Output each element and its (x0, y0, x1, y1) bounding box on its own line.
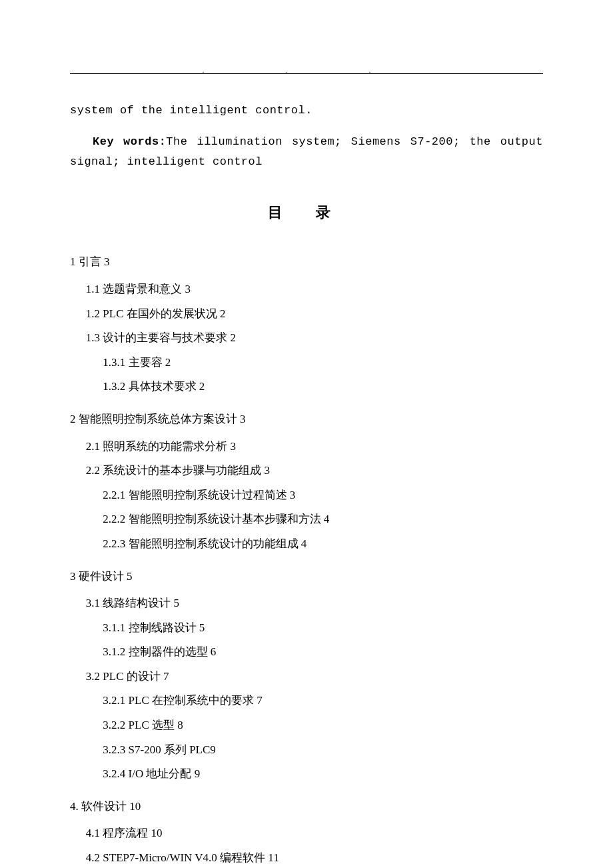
toc-item: 2.2.3 智能照明控制系统设计的功能组成 4 (70, 534, 543, 555)
toc-title: 目 录 (70, 199, 543, 226)
toc-item: 1.3.2 具体技术要求 2 (70, 377, 543, 397)
toc-item: 1.1 选题背景和意义 3 (70, 279, 543, 300)
toc-item: 2.2.2 智能照明控制系统设计基本步骤和方法 4 (70, 509, 543, 530)
header-dots: . . . (70, 65, 543, 77)
toc-item: 3.1.2 控制器件的选型 6 (70, 642, 543, 663)
toc-item: 1.3.1 主要容 2 (70, 353, 543, 373)
toc-item: 4. 软件设计 10 (70, 797, 543, 817)
keywords-label: Key words: (93, 135, 166, 148)
toc-item: 2.2.1 智能照明控制系统设计过程简述 3 (70, 485, 543, 506)
toc-list: 1 引言 3 1.1 选题背景和意义 3 1.2 PLC 在国外的发展状况 2 … (70, 252, 543, 868)
toc-item: 3.2 PLC 的设计 7 (70, 667, 543, 687)
toc-item: 3.1.1 控制线路设计 5 (70, 618, 543, 639)
header-rule: . . . (70, 73, 543, 74)
toc-item: 1 引言 3 (70, 252, 543, 273)
keywords-block: Key words:The illumination system; Sieme… (70, 132, 543, 173)
toc-item: 3.2.4 I/O 地址分配 9 (70, 764, 543, 785)
toc-item: 2.1 照明系统的功能需求分析 3 (70, 437, 543, 457)
toc-item: 4.2 STEP7-Micro/WIN V4.0 编程软件 11 (70, 848, 543, 868)
toc-item: 3.1 线路结构设计 5 (70, 593, 543, 614)
toc-item: 3.2.2 PLC 选型 8 (70, 715, 543, 736)
toc-item: 3 硬件设计 5 (70, 567, 543, 587)
intro-line-1: system of the intelligent control. (70, 101, 543, 121)
toc-item: 3.2.1 PLC 在控制系统中的要求 7 (70, 691, 543, 711)
toc-item: 1.2 PLC 在国外的发展状况 2 (70, 304, 543, 325)
toc-item: 4.1 程序流程 10 (70, 823, 543, 844)
toc-item: 2.2 系统设计的基本步骤与功能组成 3 (70, 461, 543, 481)
toc-item: 1.3 设计的主要容与技术要求 2 (70, 328, 543, 349)
toc-item: 2 智能照明控制系统总体方案设计 3 (70, 409, 543, 430)
toc-item: 3.2.3 S7-200 系列 PLC9 (70, 740, 543, 761)
